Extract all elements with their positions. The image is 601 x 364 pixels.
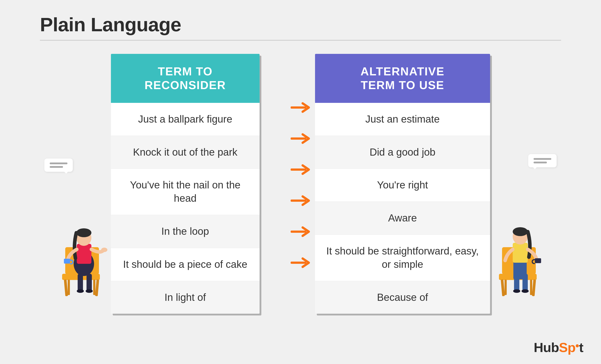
left-table-header-text: TERM TORECONSIDER [120, 65, 251, 92]
left-table: TERM TORECONSIDER Just a ballpark figure… [111, 54, 260, 314]
right-table-row-5: Because of [315, 281, 490, 314]
arrow-icon-1 [291, 133, 311, 145]
page: Plain Language [0, 0, 601, 364]
svg-rect-19 [532, 280, 536, 296]
hubspot-text: Hub [534, 340, 559, 355]
right-speech-bubble [528, 154, 557, 167]
right-table-row-4: It should be straightforward, easy, or s… [315, 235, 490, 281]
svg-rect-21 [530, 280, 532, 295]
person-right-svg [492, 207, 546, 300]
speech-lines-left [50, 162, 68, 168]
arrow-1 [291, 123, 311, 154]
right-table-row-1: Did a good job [315, 136, 490, 169]
left-table-row-2: You've hit the nail on the head [111, 169, 260, 215]
left-speech-bubble [44, 158, 73, 172]
svg-point-15 [86, 289, 93, 293]
left-table-row-1: Knock it out of the park [111, 136, 260, 169]
svg-point-14 [77, 289, 84, 293]
right-table-row-3: Aware [315, 202, 490, 235]
speech-lines-right [533, 158, 551, 163]
arrows-column [286, 54, 315, 278]
speech-line-r1 [533, 158, 551, 160]
svg-rect-20 [504, 280, 507, 295]
left-table-row-0: Just a ballpark figure [111, 103, 260, 136]
right-table: ALTERNATIVETERM TO USE Just an estimateD… [315, 54, 490, 314]
svg-rect-23 [513, 243, 528, 263]
svg-point-25 [513, 227, 528, 236]
arrow-5 [291, 247, 311, 278]
hubspot-spot-text: Sp [559, 340, 575, 355]
left-person-area [40, 114, 111, 314]
speech-line-2 [50, 166, 63, 168]
right-table-wrapper: ALTERNATIVETERM TO USE Just an estimateD… [315, 54, 490, 314]
left-table-row-4: It should be a piece of cake [111, 248, 260, 281]
svg-rect-18 [501, 280, 505, 296]
hubspot-logo: HubSpt [534, 340, 583, 355]
arrow-2 [291, 154, 311, 185]
svg-rect-7 [77, 244, 91, 264]
speech-line-r2 [533, 162, 547, 163]
divider [40, 40, 561, 40]
right-table-rows: Just an estimateDid a good jobYou're rig… [315, 103, 490, 314]
right-table-row-2: You're right [315, 169, 490, 202]
speech-line-1 [50, 162, 68, 164]
svg-rect-26 [535, 258, 541, 263]
svg-rect-5 [93, 280, 95, 295]
hubspot-t-text: t [579, 340, 583, 355]
arrow-0 [291, 92, 311, 123]
page-title: Plain Language [40, 13, 561, 36]
right-table-row-0: Just an estimate [315, 103, 490, 136]
left-table-header: TERM TORECONSIDER [111, 54, 260, 103]
arrow-icon-5 [291, 257, 311, 269]
arrow-4 [291, 216, 311, 247]
svg-rect-27 [514, 274, 519, 292]
svg-rect-13 [87, 274, 92, 292]
svg-point-9 [76, 228, 91, 237]
svg-rect-12 [78, 274, 83, 292]
svg-point-29 [513, 289, 520, 293]
tables-container: TERM TORECONSIDER Just a ballpark figure… [111, 54, 490, 314]
hubspot-dot-icon [576, 344, 579, 347]
svg-rect-4 [68, 280, 70, 295]
svg-rect-28 [522, 274, 528, 292]
svg-rect-3 [95, 280, 99, 296]
svg-rect-10 [64, 259, 70, 264]
title-section: Plain Language [40, 13, 561, 36]
arrow-icon-3 [291, 195, 311, 207]
arrow-3 [291, 185, 311, 216]
left-table-row-5: In light of [111, 281, 260, 314]
left-table-row-3: In the loop [111, 215, 260, 248]
content-area: TERM TORECONSIDER Just a ballpark figure… [40, 54, 561, 314]
right-table-header-text: ALTERNATIVETERM TO USE [324, 65, 481, 92]
right-table-header: ALTERNATIVETERM TO USE [315, 54, 490, 103]
arrow-icon-2 [291, 164, 311, 176]
svg-point-30 [521, 289, 529, 293]
svg-point-11 [101, 248, 107, 252]
left-table-rows: Just a ballpark figureKnock it out of th… [111, 103, 260, 314]
left-table-wrapper: TERM TORECONSIDER Just a ballpark figure… [111, 54, 286, 314]
arrow-icon-4 [291, 226, 311, 238]
person-left-svg [55, 207, 109, 300]
arrow-icon-0 [291, 101, 311, 114]
svg-rect-2 [64, 280, 68, 296]
arrows-container [291, 92, 311, 278]
right-person-area [490, 114, 561, 314]
